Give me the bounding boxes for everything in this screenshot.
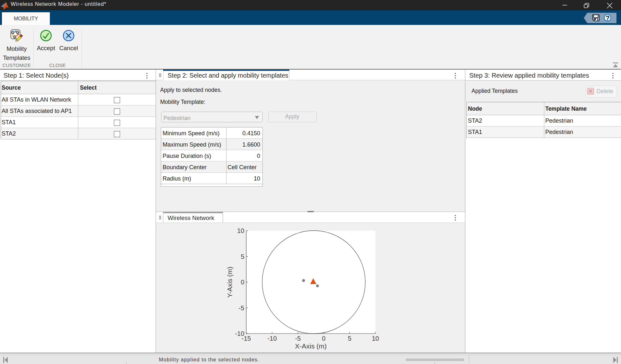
svg-text:0: 0: [241, 279, 244, 286]
svg-text:-5: -5: [295, 335, 301, 342]
svg-text:Y-Axis (m): Y-Axis (m): [227, 267, 233, 298]
svg-text:5: 5: [241, 253, 244, 260]
svg-text:X-Axis (m): X-Axis (m): [295, 342, 327, 350]
svg-text:-5: -5: [238, 304, 244, 312]
svg-text:10: 10: [237, 227, 244, 234]
svg-text:?: ?: [605, 15, 609, 22]
svg-text:0: 0: [322, 335, 326, 342]
svg-text:-15: -15: [242, 335, 251, 342]
svg-text:10: 10: [372, 335, 379, 342]
svg-text:5: 5: [348, 335, 351, 342]
svg-text:-10: -10: [267, 335, 277, 342]
